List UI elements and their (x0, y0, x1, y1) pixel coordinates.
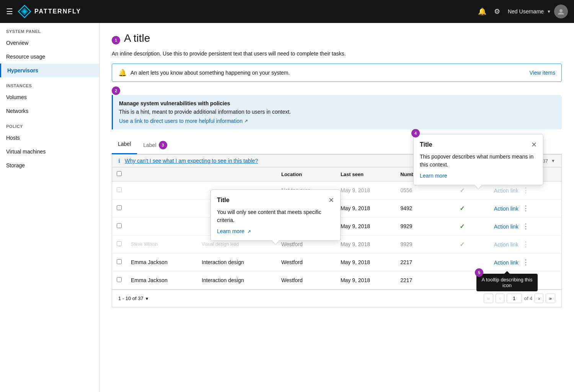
step-badge-5: 5 (475, 268, 483, 277)
cell-numbers: 9492 (396, 199, 455, 217)
sidebar-item-volumes[interactable]: Volumes (0, 90, 99, 104)
view-items-link[interactable]: View items (530, 70, 555, 76)
popover2-learn-more-link[interactable]: Learn more (420, 173, 447, 179)
hint-link[interactable]: Use a link to direct users to more helpf… (119, 118, 248, 124)
action-link[interactable]: Action link (494, 224, 519, 230)
page-input[interactable] (507, 294, 522, 303)
popover1-learn-more-link[interactable]: Learn more ↗ (217, 228, 251, 234)
user-name: Ned Username (508, 8, 544, 15)
row-checkbox[interactable] (117, 187, 122, 192)
popover1-body: You will only see content that meets spe… (217, 208, 334, 224)
header-name (126, 167, 197, 181)
table-row: Emma Jackson Interaction design Westford… (112, 253, 561, 271)
step-badge-1: 1 (112, 36, 120, 44)
popover1-header: Title ✕ (217, 196, 334, 204)
cell-action: Action link ⋮ (489, 217, 561, 235)
sidebar-section-system: System panel (0, 23, 99, 36)
hamburger-menu[interactable]: ☰ (6, 7, 13, 16)
row-checkbox[interactable] (117, 277, 122, 282)
cell-last-seen: May 9, 2018 (336, 235, 396, 253)
tab-label-2[interactable]: Label 3 (137, 137, 175, 154)
popover1-close-button[interactable]: ✕ (328, 196, 334, 204)
kebab-button[interactable]: ⋮ (520, 203, 532, 213)
cell-role: Interaction design (197, 271, 277, 289)
kebab-button[interactable]: ⋮ (520, 185, 532, 195)
cell-check-icon: ✓ (455, 235, 489, 253)
cell-last-seen: May 9, 2018 (336, 271, 396, 289)
info-icon: ℹ (118, 158, 120, 164)
last-page-button[interactable]: » (546, 294, 555, 303)
step-badge-3: 3 (159, 141, 167, 149)
popover1-title: Title (217, 197, 230, 204)
cell-numbers: 2217 (396, 253, 455, 271)
settings-icon[interactable]: ⚙ (494, 7, 500, 16)
action-link[interactable]: Action link (494, 260, 519, 266)
cell-check-icon (455, 253, 489, 271)
cell-numbers: 2217 (396, 271, 455, 289)
main-content: 1 A title An inline description. Use thi… (99, 23, 574, 392)
brand-name: PATTERNFLY (34, 8, 81, 15)
kebab-button[interactable]: ⋮ (520, 257, 532, 267)
why-link[interactable]: Why can't I see what I am expecting to s… (125, 158, 258, 164)
sidebar-item-hypervisors[interactable]: Hypervisors (0, 64, 99, 77)
main-layout: System panel Overview Resource usage Hyp… (0, 23, 574, 392)
row-checkbox[interactable] (117, 241, 122, 246)
external-link-icon: ↗ (244, 118, 248, 124)
cell-location: Westford (277, 253, 336, 271)
cell-action: Action link ⋮ (489, 253, 561, 271)
popover2-header: Title ✕ (420, 140, 537, 149)
cell-name: Steve Wilson (126, 235, 197, 253)
sidebar-item-networks[interactable]: Networks (0, 104, 99, 118)
tooltip-arrow (504, 271, 510, 274)
cell-check-icon: ✓ (455, 199, 489, 217)
cell-location: Westford (277, 271, 336, 289)
cell-check-icon: ✓ (455, 217, 489, 235)
alert-content: 🔔 An alert lets you know about something… (118, 69, 290, 77)
dropdown-chevron-icon: ▼ (547, 9, 551, 14)
select-all-checkbox[interactable] (117, 171, 122, 176)
top-navigation: ☰ PATTERNFLY 🔔 ⚙ Ned Username ▼ (0, 0, 574, 23)
cell-name: Emma Jackson (126, 253, 197, 271)
popover-numbers-info: Title ✕ This popover describes what numb… (413, 134, 543, 185)
svg-point-3 (559, 9, 563, 12)
popover2-title: Title (420, 141, 432, 148)
first-page-button[interactable]: « (484, 294, 493, 303)
page-title: A title (124, 32, 150, 44)
cell-last-seen: May 9, 2018 (336, 253, 396, 271)
sidebar-item-hosts[interactable]: Hosts (0, 131, 99, 145)
external-link-icon: ↗ (247, 229, 251, 234)
sidebar-item-overview[interactable]: Overview (0, 36, 99, 50)
cell-name: Emma Jackson (126, 271, 197, 289)
cell-last-seen: May 9, 2018 (336, 199, 396, 217)
tab-label-1[interactable]: Label (112, 137, 137, 154)
pagination-summary-bottom: 1 - 10 of 37 ▼ (118, 296, 149, 301)
row-checkbox[interactable] (117, 205, 122, 210)
hint-text: This is a hint, meant to provide additio… (119, 109, 556, 115)
hint-box: Manage system vulnerabilities with polic… (112, 95, 562, 129)
popover2-body: This popover describes what numbers mean… (420, 153, 537, 169)
sidebar-item-resource-usage[interactable]: Resource usage (0, 50, 99, 64)
step-badge-2: 2 (112, 87, 120, 95)
sidebar-item-storage[interactable]: Storage (0, 158, 99, 172)
cell-numbers: 9929 (396, 235, 455, 253)
action-link[interactable]: Action link (494, 206, 519, 212)
kebab-button[interactable]: ⋮ (520, 221, 532, 231)
user-menu[interactable]: Ned Username ▼ (508, 5, 568, 18)
bell-alert-icon: 🔔 (118, 69, 127, 77)
sidebar-item-virtual-machines[interactable]: Virtual machines (0, 145, 99, 158)
pagination-dropdown-icon: ▼ (145, 296, 149, 301)
popover2-close-button[interactable]: ✕ (531, 140, 537, 149)
header-location: Location (277, 167, 336, 181)
action-link[interactable]: Action link (494, 188, 519, 194)
notifications-icon[interactable]: 🔔 (478, 7, 486, 16)
prev-page-button[interactable]: ‹ (496, 294, 504, 303)
header-checkbox-cell (112, 167, 126, 181)
action-link[interactable]: Action link (494, 242, 519, 248)
logo: PATTERNFLY (18, 5, 81, 18)
next-page-button[interactable]: › (535, 294, 543, 303)
header-last-seen: Last seen (336, 167, 396, 181)
hint-title: Manage system vulnerabilities with polic… (119, 100, 556, 106)
row-checkbox[interactable] (117, 259, 122, 264)
kebab-button[interactable]: ⋮ (520, 239, 532, 249)
row-checkbox[interactable] (117, 223, 122, 228)
